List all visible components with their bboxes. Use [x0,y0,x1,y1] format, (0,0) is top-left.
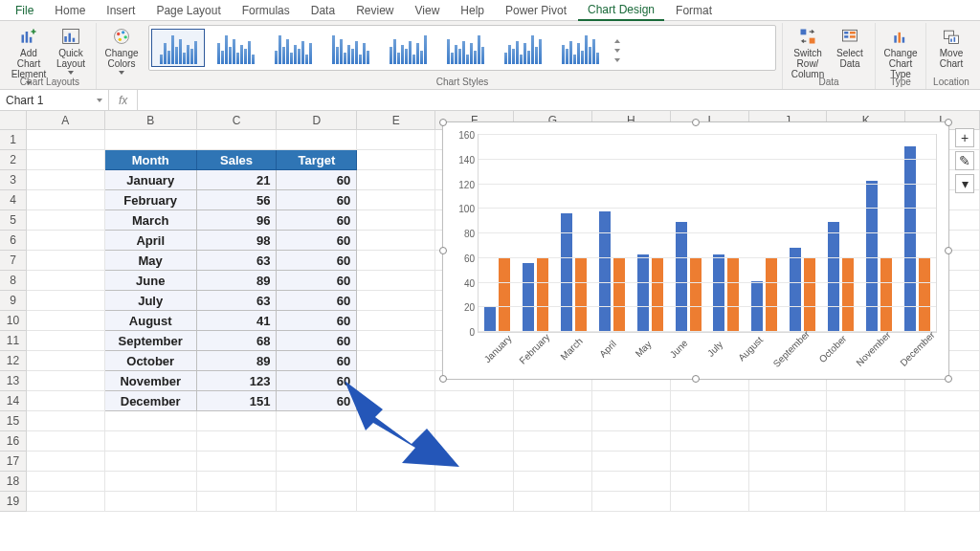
row-header[interactable]: 10 [0,311,27,331]
row-header[interactable]: 14 [0,391,27,411]
cell[interactable] [357,130,435,150]
chart-style-thumb[interactable] [496,29,549,67]
row-header[interactable]: 7 [0,251,27,271]
cell[interactable] [27,130,105,150]
cell[interactable] [671,431,749,452]
cell[interactable] [277,411,357,431]
chart-style-thumb[interactable] [323,29,377,67]
cell[interactable]: 41 [197,311,278,331]
chart-bar-sales[interactable] [561,213,572,332]
cell[interactable] [357,411,435,431]
row-header[interactable]: 15 [0,411,27,431]
cell[interactable] [827,472,905,492]
cell[interactable] [671,391,749,411]
move-chart-button[interactable]: Move Chart [932,25,970,75]
cell[interactable]: 60 [277,331,357,351]
cell[interactable] [27,472,105,492]
chart-bar-target[interactable] [652,258,663,332]
row-header[interactable]: 1 [0,130,27,150]
chart-object[interactable]: 020406080100120140160 JanuaryFebruaryMar… [442,121,949,380]
cell[interactable] [514,492,592,512]
row-header[interactable]: 9 [0,291,27,311]
cell[interactable] [592,391,671,411]
selection-handle[interactable] [945,119,952,126]
cell[interactable] [27,210,105,231]
select-all-corner[interactable] [0,111,27,130]
row-header[interactable]: 5 [0,210,27,231]
cell[interactable]: 63 [197,251,278,271]
chart-style-thumb[interactable] [266,29,320,67]
cell[interactable]: 63 [197,291,278,311]
tab-review[interactable]: Review [346,1,403,20]
chart-bar-sales[interactable] [523,263,534,332]
cell[interactable] [27,452,105,472]
cell[interactable]: May [105,251,197,271]
cell[interactable]: 21 [197,170,278,190]
cell[interactable]: Target [277,150,357,170]
cell[interactable]: Month [105,150,197,170]
cell[interactable] [27,331,105,351]
cell[interactable]: November [105,371,197,391]
cell[interactable] [27,371,105,391]
cell[interactable]: 60 [277,391,357,411]
column-header[interactable]: E [357,111,435,130]
cell[interactable] [357,331,435,351]
cell[interactable] [105,130,197,150]
cell[interactable] [749,411,828,431]
column-header[interactable]: D [277,111,357,130]
cell[interactable] [827,431,905,452]
chart-style-thumb[interactable] [553,29,607,67]
cell[interactable] [357,492,435,512]
cell[interactable]: 60 [277,190,357,210]
chart-bar-sales[interactable] [790,248,801,332]
cell[interactable] [827,391,905,411]
cell[interactable]: 60 [277,351,357,371]
select-data-button[interactable]: Select Data [831,25,869,75]
chart-bar-target[interactable] [727,258,739,332]
row-header[interactable]: 11 [0,331,27,351]
chart-plus-button[interactable]: + [955,128,974,147]
cell[interactable] [671,492,749,512]
row-header[interactable]: 18 [0,472,27,492]
cell[interactable] [749,472,828,492]
row-header[interactable]: 6 [0,231,27,251]
cell[interactable] [357,231,435,251]
chart-style-thumb[interactable] [151,29,205,67]
cell[interactable] [749,431,828,452]
row-header[interactable]: 8 [0,271,27,291]
chart-bar-sales[interactable] [637,254,649,332]
change-chart-type-button[interactable]: Change Chart Type [881,25,920,75]
cell[interactable] [435,411,514,431]
cell[interactable]: 60 [277,311,357,331]
cell[interactable] [197,411,278,431]
cell[interactable] [905,411,980,431]
cell[interactable] [357,150,435,170]
cell[interactable] [749,452,828,472]
cell[interactable]: September [105,331,197,351]
tab-home[interactable]: Home [45,1,95,20]
chart-plot-area[interactable]: 020406080100120140160 [478,134,937,333]
tab-data[interactable]: Data [301,1,345,20]
tab-view[interactable]: View [406,1,450,20]
cell[interactable] [357,472,435,492]
cell[interactable] [905,492,980,512]
chart-bar-target[interactable] [690,258,702,332]
cell[interactable] [197,452,278,472]
cell[interactable] [357,452,435,472]
cell[interactable] [105,411,197,431]
cell[interactable]: January [105,170,197,190]
cell[interactable]: 60 [277,210,357,231]
cell[interactable] [357,431,435,452]
cell[interactable] [827,492,905,512]
chart-bar-target[interactable] [537,258,548,332]
cell[interactable] [27,411,105,431]
cell[interactable] [671,411,749,431]
cell[interactable] [27,231,105,251]
chart-bar-sales[interactable] [904,146,916,332]
chart-bar-target[interactable] [842,258,854,332]
cell[interactable] [105,452,197,472]
gallery-scroll[interactable] [611,33,624,62]
cell[interactable] [905,431,980,452]
cell[interactable] [27,291,105,311]
cell[interactable] [905,452,980,472]
